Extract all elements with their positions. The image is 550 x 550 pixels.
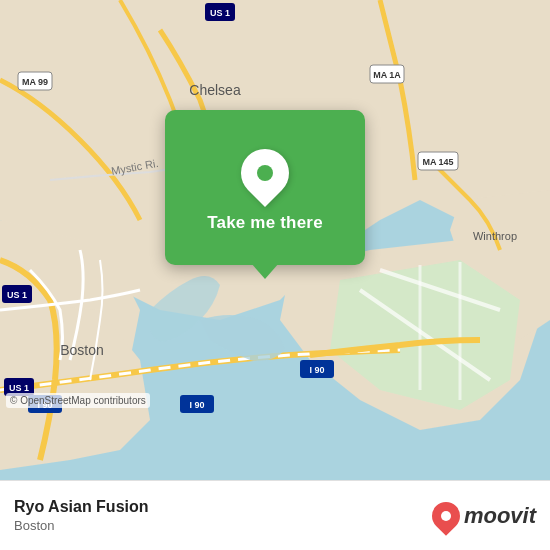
- moovit-logo[interactable]: moovit: [432, 502, 536, 530]
- svg-text:US 1: US 1: [210, 8, 230, 18]
- svg-text:MA 1A: MA 1A: [373, 70, 401, 80]
- svg-text:MA 99: MA 99: [22, 77, 48, 87]
- svg-text:US 1: US 1: [9, 383, 29, 393]
- moovit-brand-text: moovit: [464, 503, 536, 529]
- map-attribution: © OpenStreetMap contributors: [6, 393, 150, 408]
- svg-text:Chelsea: Chelsea: [189, 82, 241, 98]
- take-me-there-button[interactable]: Take me there: [197, 209, 333, 237]
- popup-card[interactable]: Take me there: [165, 110, 365, 265]
- location-city: Boston: [14, 518, 149, 533]
- svg-text:MA 145: MA 145: [422, 157, 453, 167]
- moovit-pin-icon: [426, 496, 466, 536]
- app: US 1 US 1 US 1 MA 99 MA 1A MA 145 US 1: [0, 0, 550, 550]
- svg-text:I 90: I 90: [309, 365, 324, 375]
- location-name: Ryo Asian Fusion: [14, 498, 149, 516]
- location-pin-icon: [231, 139, 299, 207]
- bottom-bar: Ryo Asian Fusion Boston moovit: [0, 480, 550, 550]
- svg-text:I 90: I 90: [189, 400, 204, 410]
- pin-wrapper: [241, 149, 289, 197]
- svg-text:US 1: US 1: [7, 290, 27, 300]
- svg-text:Boston: Boston: [60, 342, 104, 358]
- location-info: Ryo Asian Fusion Boston: [14, 498, 149, 533]
- map-container: US 1 US 1 US 1 MA 99 MA 1A MA 145 US 1: [0, 0, 550, 480]
- svg-text:Winthrop: Winthrop: [473, 230, 517, 242]
